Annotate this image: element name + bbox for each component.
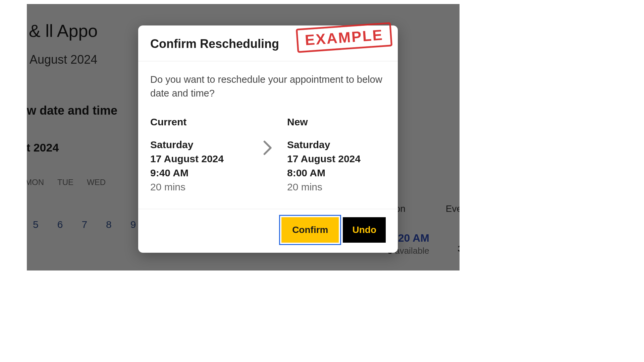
new-time: 8:00 AM [287,166,386,180]
modal-body: Do you want to reschedule your appointme… [138,61,398,209]
new-appointment: New Saturday 17 August 2024 8:00 AM 20 m… [287,116,386,194]
current-date: 17 August 2024 [150,152,249,166]
current-duration: 20 mins [150,180,249,194]
current-day: Saturday [150,138,249,152]
undo-button[interactable]: Undo [343,217,386,243]
chevron-right-icon [262,116,274,156]
modal-footer: Confirm Undo [138,209,398,253]
current-appointment: Current Saturday 17 August 2024 9:40 AM … [150,116,249,194]
current-label: Current [150,116,249,128]
new-date: 17 August 2024 [287,152,386,166]
new-day: Saturday [287,138,386,152]
modal-question: Do you want to reschedule your appointme… [150,73,386,100]
new-label: New [287,116,386,128]
modal-header: Confirm Rescheduling EXAMPLE [138,25,398,61]
app-viewport: l & ll Appo 7 August 2024 ew date and ti… [27,4,460,270]
confirm-button[interactable]: Confirm [281,217,339,243]
appointment-comparison: Current Saturday 17 August 2024 9:40 AM … [150,116,386,194]
current-time: 9:40 AM [150,166,249,180]
new-duration: 20 mins [287,180,386,194]
confirm-reschedule-modal: Confirm Rescheduling EXAMPLE Do you want… [138,25,398,253]
